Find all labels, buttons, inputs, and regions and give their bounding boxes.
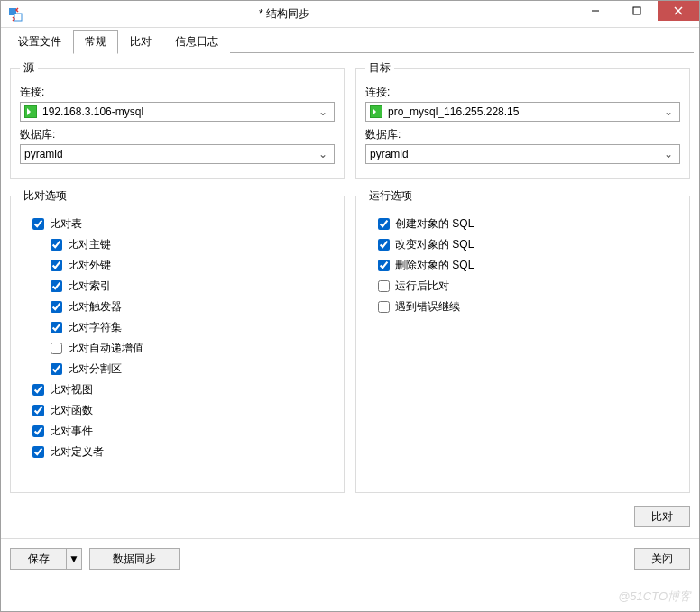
compare-opt-8[interactable]: 比对视图 [32, 382, 335, 397]
compare-opt-7[interactable]: 比对分割区 [51, 361, 335, 377]
tab-3[interactable]: 信息日志 [163, 30, 230, 53]
run-opt-0[interactable]: 创建对象的 SQL [378, 216, 680, 232]
save-button-label: 保存 [28, 552, 50, 567]
run-opt-label-0: 创建对象的 SQL [395, 216, 474, 232]
run-opt-4[interactable]: 遇到错误继续 [378, 299, 680, 315]
run-opt-label-4: 遇到错误继续 [395, 299, 460, 315]
title-bar: * 结构同步 [1, 1, 699, 28]
compare-opt-5[interactable]: 比对字符集 [51, 320, 335, 335]
app-icon [8, 7, 23, 22]
target-db-select[interactable]: pyramid ⌄ [365, 144, 680, 164]
source-db-value: pyramid [24, 148, 316, 160]
target-conn-label: 连接: [365, 85, 680, 100]
compare-opt-label-11: 比对定义者 [50, 444, 104, 460]
save-button[interactable]: 保存 [10, 548, 66, 570]
run-opt-3[interactable]: 运行后比对 [378, 279, 680, 294]
tab-bar: 设置文件常规比对信息日志 [1, 28, 699, 53]
run-opt-1[interactable]: 改变对象的 SQL [378, 237, 680, 252]
svg-rect-3 [633, 7, 640, 14]
triangle-down-icon: ▼ [69, 553, 79, 565]
compare-opt-checkbox-0[interactable] [32, 218, 44, 230]
target-legend: 目标 [365, 60, 394, 76]
run-options-legend: 运行选项 [365, 188, 416, 204]
compare-options-legend: 比对选项 [20, 188, 70, 204]
target-conn-value: pro_mysql_116.255.228.15 [388, 105, 661, 118]
compare-opt-3[interactable]: 比对索引 [51, 279, 335, 294]
compare-opt-0[interactable]: 比对表 [32, 216, 335, 232]
tab-0[interactable]: 设置文件 [6, 30, 73, 53]
db-icon [370, 105, 382, 118]
compare-opt-checkbox-11[interactable] [32, 446, 44, 458]
compare-opt-checkbox-3[interactable] [51, 280, 62, 292]
chevron-down-icon: ⌄ [661, 105, 676, 118]
compare-opt-9[interactable]: 比对函数 [32, 403, 335, 418]
compare-opt-checkbox-2[interactable] [51, 260, 62, 271]
source-fieldset: 源 连接: 192.168.3.106-mysql ⌄ 数据库: pyramid… [10, 60, 345, 179]
run-opt-checkbox-2[interactable] [378, 260, 390, 271]
chevron-down-icon: ⌄ [316, 148, 330, 160]
maximize-button[interactable] [616, 1, 658, 21]
chevron-down-icon: ⌄ [316, 105, 330, 118]
compare-opt-checkbox-10[interactable] [32, 425, 44, 437]
compare-button-label: 比对 [651, 509, 673, 525]
compare-opt-label-4: 比对触发器 [68, 299, 122, 315]
compare-opt-11[interactable]: 比对定义者 [32, 444, 335, 460]
run-opt-checkbox-0[interactable] [378, 218, 390, 230]
minimize-button[interactable] [575, 1, 616, 21]
tab-2[interactable]: 比对 [118, 30, 163, 53]
tab-1[interactable]: 常规 [73, 30, 118, 54]
datasync-button[interactable]: 数据同步 [89, 548, 180, 570]
close-button[interactable] [658, 1, 699, 21]
compare-opt-label-2: 比对外键 [68, 258, 111, 273]
compare-opt-checkbox-8[interactable] [32, 384, 44, 396]
run-opt-label-1: 改变对象的 SQL [395, 237, 474, 252]
compare-opt-label-8: 比对视图 [50, 382, 93, 397]
compare-opt-checkbox-9[interactable] [32, 405, 44, 416]
run-opt-label-3: 运行后比对 [395, 279, 449, 294]
target-fieldset: 目标 连接: pro_mysql_116.255.228.15 ⌄ 数据库: p… [355, 60, 690, 179]
run-opt-label-2: 删除对象的 SQL [395, 258, 474, 273]
target-db-value: pyramid [370, 148, 661, 160]
save-split-button[interactable]: 保存 ▼ [10, 548, 82, 570]
close-dialog-button[interactable]: 关闭 [634, 548, 690, 570]
compare-opt-4[interactable]: 比对触发器 [51, 299, 335, 315]
compare-opt-checkbox-7[interactable] [51, 363, 62, 375]
compare-button[interactable]: 比对 [634, 506, 690, 527]
compare-opt-checkbox-1[interactable] [51, 239, 62, 251]
compare-opt-label-9: 比对函数 [50, 403, 93, 418]
window-title: * 结构同步 [30, 6, 575, 22]
save-dropdown-button[interactable]: ▼ [66, 548, 82, 570]
compare-opt-1[interactable]: 比对主键 [51, 237, 335, 252]
compare-opt-checkbox-6[interactable] [51, 343, 62, 354]
compare-opt-10[interactable]: 比对事件 [32, 424, 335, 439]
run-opt-2[interactable]: 删除对象的 SQL [378, 258, 680, 273]
run-opt-checkbox-1[interactable] [378, 239, 390, 251]
dialog-footer: 保存 ▼ 数据同步 关闭 [1, 538, 699, 579]
db-icon [24, 105, 37, 118]
compare-opt-checkbox-4[interactable] [51, 301, 62, 313]
target-conn-select[interactable]: pro_mysql_116.255.228.15 ⌄ [365, 102, 680, 122]
compare-opt-2[interactable]: 比对外键 [51, 258, 335, 273]
run-opt-checkbox-3[interactable] [378, 280, 390, 292]
compare-opt-label-6: 比对自动递增值 [68, 341, 143, 356]
source-db-select[interactable]: pyramid ⌄ [20, 144, 335, 164]
compare-opt-checkbox-5[interactable] [51, 322, 62, 333]
chevron-down-icon: ⌄ [661, 148, 676, 160]
source-conn-label: 连接: [20, 85, 335, 100]
datasync-button-label: 数据同步 [113, 552, 156, 567]
compare-options-fieldset: 比对选项 比对表比对主键比对外键比对索引比对触发器比对字符集比对自动递增值比对分… [10, 188, 345, 493]
compare-opt-label-0: 比对表 [50, 216, 82, 232]
source-db-label: 数据库: [20, 127, 335, 142]
run-opt-checkbox-4[interactable] [378, 301, 390, 313]
compare-opt-6[interactable]: 比对自动递增值 [51, 341, 335, 356]
compare-opt-label-10: 比对事件 [50, 424, 93, 439]
source-conn-select[interactable]: 192.168.3.106-mysql ⌄ [20, 102, 335, 122]
close-dialog-button-label: 关闭 [651, 552, 673, 567]
target-db-label: 数据库: [365, 127, 680, 142]
compare-opt-label-3: 比对索引 [68, 279, 111, 294]
compare-opt-label-5: 比对字符集 [68, 320, 122, 335]
source-conn-value: 192.168.3.106-mysql [42, 105, 316, 118]
compare-opt-label-1: 比对主键 [68, 237, 111, 252]
watermark: @51CTO博客 [618, 589, 691, 605]
source-legend: 源 [20, 60, 38, 76]
